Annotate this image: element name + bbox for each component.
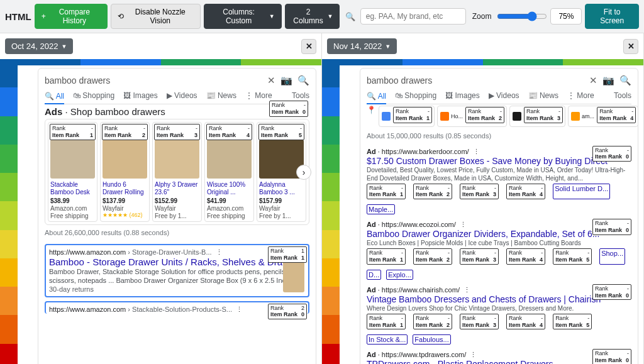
product-price: $152.99 xyxy=(155,197,199,204)
search-icon[interactable]: 🔍 xyxy=(297,75,309,86)
columns-count-button[interactable]: 2 Columns▼ xyxy=(285,4,340,29)
rank-box: Rank- Item Rank3 xyxy=(154,124,200,140)
tab-all[interactable]: 🔍 All xyxy=(45,91,64,104)
disable-nozzle-button[interactable]: ⟲Disable Nozzle Vision xyxy=(111,4,201,29)
query-text: bamboo drawers xyxy=(45,75,262,85)
serp-tools[interactable]: Tools xyxy=(614,91,631,100)
product-shipping: Free by 1... xyxy=(155,212,199,219)
chevron-down-icon: ▼ xyxy=(61,43,67,50)
tab-news[interactable]: 📰 News xyxy=(206,91,236,100)
result-title-link[interactable]: Bamboo - Storage Drawer Units / Racks, S… xyxy=(49,256,303,267)
product-title: Alphy 3 Drawer 23.6" xyxy=(155,181,199,196)
product-title: Hundo 6 Drawer Rolling xyxy=(103,181,147,196)
brand-icon xyxy=(513,112,521,121)
product-price: $137.99 xyxy=(103,197,147,204)
text-ad: Rank- Item Rank0 Ad · https://www.tpdraw… xyxy=(367,349,631,364)
ad-sitelinks: Rank- Item Rank1 Rank- Item Rank2 Rank- … xyxy=(367,314,631,345)
search-icon[interactable]: 🔍 xyxy=(343,12,357,21)
date-picker-button[interactable]: Nov 14, 2022 ▼ xyxy=(327,38,397,54)
chevron-down-icon: ▼ xyxy=(385,43,391,50)
result-stats: About 15,000,000 results (0.85 seconds) xyxy=(367,128,631,143)
rank-box: Rank- Item Rank5 xyxy=(258,124,304,140)
ad-sitelink[interactable]: Shop... xyxy=(599,248,625,265)
tab-shopping[interactable]: 🛍 Shopping xyxy=(73,91,114,100)
local-pack-card[interactable]: am... Rank- Item Rank4 xyxy=(568,106,638,127)
tab-videos[interactable]: ▶ Videos xyxy=(167,91,197,100)
tab-more[interactable]: ⋮ More xyxy=(567,91,594,100)
tab-images[interactable]: 🖼 Images xyxy=(123,91,158,100)
tab-all[interactable]: 🔍 All xyxy=(367,91,386,104)
ad-sitelink[interactable]: Solid Lumber D... xyxy=(553,184,610,200)
rank-box: Rank- Item Rank4 xyxy=(506,184,545,200)
shopping-card[interactable]: Rank- Item Rank1 Stackable Bamboo Desk $… xyxy=(48,122,97,222)
fit-to-screen-button[interactable]: Fit to Screen xyxy=(585,4,639,29)
rank-box: Rank- Item Rank1 xyxy=(367,314,406,330)
ad-description: Dovetailed, Best Quality, Lowest Price, … xyxy=(367,166,631,182)
rank-box: Rank- Item Rank5 xyxy=(553,248,592,265)
carousel-next-button[interactable]: › xyxy=(296,165,311,180)
rank-box: Rank- Item Rank3 xyxy=(460,314,499,330)
product-price: $41.99 xyxy=(207,197,252,204)
ad-url: Ad · https://www.chairish.com/ ⋮ xyxy=(367,286,631,294)
tab-images[interactable]: 🖼 Images xyxy=(445,91,480,100)
clear-icon[interactable]: ✕ xyxy=(267,75,275,86)
ad-description: Where Design Lovers Shop for Chic Vintag… xyxy=(367,304,631,312)
date-picker-button[interactable]: Oct 24, 2022 ▼ xyxy=(5,38,73,54)
rank-box: Rank- Item Rank0 xyxy=(592,219,631,235)
ad-sitelink[interactable]: Fabulous... xyxy=(413,334,450,345)
ad-sitelink[interactable]: In Stock &... xyxy=(367,334,408,345)
ad-sitelink[interactable]: Explo... xyxy=(386,270,413,280)
product-title: Wisuce 100% Original ... xyxy=(207,181,252,196)
columns-custom-button[interactable]: Columns: Custom▼ xyxy=(204,4,281,29)
serp-tabs: 🔍 All 🛍 Shopping 🖼 Images ▶ Videos 📰 New… xyxy=(367,91,631,104)
close-pane-button[interactable]: ✕ xyxy=(301,39,316,54)
shopping-card[interactable]: Rank- Item Rank4 Wisuce 100% Original ..… xyxy=(204,122,254,222)
product-merchant: Wayfair xyxy=(103,205,147,212)
comparison-pane: Oct 24, 2022 ▼ ✕ bamboo drawers ✕ 📷 🔍 🔍 … xyxy=(0,33,322,364)
local-pack-card[interactable]: Ho... Rank- Item Rank2 xyxy=(437,106,507,127)
serp-tools[interactable]: Tools xyxy=(292,91,309,100)
comparison-pane: Nov 14, 2022 ▼ ✕ bamboo drawers ✕ 📷 🔍 🔍 … xyxy=(322,33,644,364)
lens-icon[interactable]: 📷 xyxy=(602,75,614,86)
filter-input[interactable] xyxy=(360,8,466,25)
product-image xyxy=(50,140,95,179)
heat-sidebar xyxy=(0,59,35,364)
ad-sitelink[interactable]: Maple... xyxy=(367,204,395,214)
ad-title-link[interactable]: $17.50 Custom Drawer Boxes - Save Money … xyxy=(367,156,608,166)
link-icon: ⟲ xyxy=(118,12,124,21)
tab-news[interactable]: 📰 News xyxy=(528,91,558,100)
lens-icon[interactable]: 📷 xyxy=(280,75,292,86)
ad-title-link[interactable]: Vintage Bamboo Dressers and Chests of Dr… xyxy=(367,294,601,304)
result-thumbnail xyxy=(283,262,304,292)
result-snippet: Bamboo Drawer, Stackable Storage Solutio… xyxy=(49,267,305,285)
shopping-card[interactable]: Rank- Item Rank3 Alphy 3 Drawer 23.6" $1… xyxy=(152,122,202,222)
rank-box: Rank- Item Rank5 xyxy=(553,314,592,330)
ad-title-link[interactable]: TPDrawers.com - Plastic Replacement Draw… xyxy=(367,359,553,364)
rank-box: Rank- Item Rank2 xyxy=(413,184,452,200)
ad-sitelinks: Rank- Item Rank1 Rank- Item Rank2 Rank- … xyxy=(367,184,631,215)
shopping-card[interactable]: Rank- Item Rank2 Hundo 6 Drawer Rolling … xyxy=(100,122,150,222)
result-stats: About 26,600,000 results (0.88 seconds) xyxy=(45,225,309,240)
chevron-down-icon: ▼ xyxy=(269,13,275,19)
tab-shopping[interactable]: 🛍 Shopping xyxy=(395,91,436,100)
zoom-slider[interactable] xyxy=(497,11,547,21)
local-pack-card[interactable]: Rank- Item Rank3 xyxy=(509,106,565,127)
serp-searchbar: bamboo drawers ✕ 📷 🔍 xyxy=(367,74,631,91)
search-icon[interactable]: 🔍 xyxy=(619,75,631,86)
text-ad: Rank- Item Rank0 Ad · https://www.ecozoi… xyxy=(367,219,631,282)
zoom-value-input[interactable] xyxy=(550,8,582,25)
tab-videos[interactable]: ▶ Videos xyxy=(489,91,519,100)
ad-title-link[interactable]: Bamboo Drawer Organizer Dividers, Expand… xyxy=(367,229,599,239)
close-pane-button[interactable]: ✕ xyxy=(623,39,638,54)
local-pack-card[interactable]: Rank- Item Rank1 xyxy=(379,106,435,127)
clear-icon[interactable]: ✕ xyxy=(589,75,597,86)
query-text: bamboo drawers xyxy=(367,75,584,85)
organic-result: Rank2 Item Rank0 https://www.amazon.com … xyxy=(45,301,309,314)
ad-sitelinks: Rank- Item Rank1 Rank- Item Rank2 Rank- … xyxy=(367,248,631,280)
rank-box: Rank- Item Rank0 xyxy=(269,101,308,117)
compare-history-button[interactable]: +Compare History xyxy=(35,4,108,29)
brand-name: Ho... xyxy=(451,113,463,119)
product-image xyxy=(103,140,147,179)
ad-sitelink[interactable]: D... xyxy=(367,270,381,280)
tab-more[interactable]: ⋮ More xyxy=(245,91,272,100)
